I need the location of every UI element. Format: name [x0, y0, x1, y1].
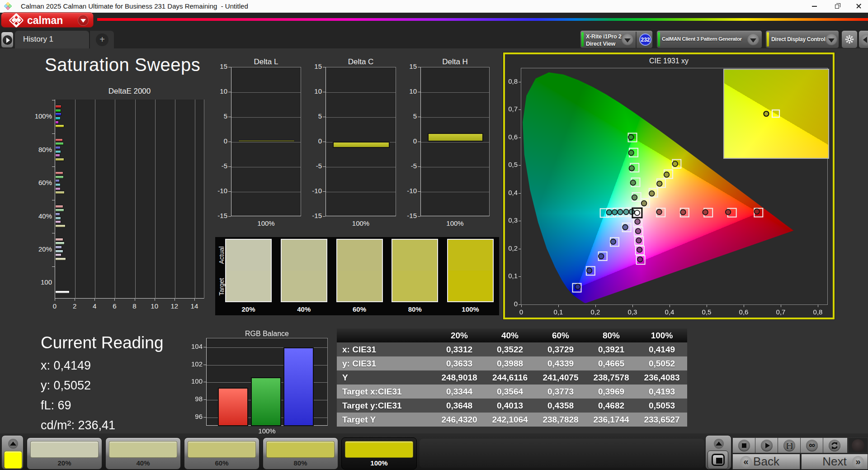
deltae-gridline	[204, 100, 204, 299]
delta_h-gridline	[421, 92, 489, 93]
delta_c-gridline	[326, 92, 396, 93]
delta_c-y-tick	[323, 216, 326, 217]
record-indicator	[848, 437, 868, 453]
table-cell: 0,3522	[485, 342, 535, 356]
delta_l-y-tick-label: -15	[209, 212, 227, 219]
close-button[interactable]	[849, 0, 868, 13]
generator-dropdown-icon[interactable]	[747, 34, 759, 46]
rgb-balance-title: RGB Balance	[206, 330, 328, 338]
rgb-bar-blue	[283, 347, 314, 426]
table-cell: 238,7828	[535, 413, 586, 427]
refresh-button[interactable]	[823, 437, 848, 453]
meter-dropdown-icon[interactable]	[622, 34, 633, 46]
delta_h-y-tick	[418, 216, 420, 217]
table-cell: 0,3633	[434, 356, 485, 370]
display-status-bar	[767, 32, 769, 47]
deltae-bar-100%-Green	[55, 109, 61, 112]
delta_c-y-tick-label: 5	[304, 112, 322, 120]
deltae-group-label: 40%	[26, 212, 52, 220]
deltae-bar-60%-Magenta	[55, 187, 61, 190]
swatch-target-40%	[282, 271, 326, 301]
table-header-cell: 20%	[434, 328, 485, 342]
rainbow-gradient-bar	[97, 18, 868, 21]
deltae-x-tick	[175, 299, 175, 301]
deltae-x-tick	[55, 299, 55, 301]
measure-frame-button[interactable]: [··]	[778, 437, 801, 453]
deltae-group-label: 80%	[26, 146, 52, 153]
meter-selector[interactable]: X-Rite i1Pro 2 Direct View 232	[580, 30, 653, 48]
restore-button[interactable]	[827, 0, 848, 13]
table-row: Y248,9018244,6116241,4075238,7578236,408…	[337, 370, 687, 385]
delta_l-gridline	[231, 167, 301, 167]
deltae-bar-60%-Red	[55, 171, 63, 175]
tab-scroll-button[interactable]	[1, 32, 14, 48]
deltae-bar-40%-Red	[55, 205, 63, 208]
delta_l-gridline	[231, 142, 301, 142]
table-cell: 0,3648	[434, 399, 485, 413]
delta_l-y-tick	[228, 216, 231, 217]
delta_c-bar	[333, 142, 390, 148]
delta_h-y-tick-label: 10	[399, 87, 417, 95]
window-title: Calman 2025 Calman Ultimate for Business…	[21, 2, 248, 10]
delta_l-gridline	[231, 117, 301, 118]
pattern-generator-selector[interactable]: CalMAN Client 3 Pattern Generator	[656, 30, 762, 48]
delta_c-x-label: 100%	[326, 219, 396, 227]
cie-chart-title: CIE 1931 xy	[503, 57, 835, 65]
continuous-button[interactable]: ∞	[800, 437, 823, 453]
collapse-panel-button[interactable]	[859, 30, 868, 48]
table-cell: 0,3344	[434, 385, 485, 399]
display-control-name: Direct Display Control	[771, 36, 825, 43]
current-reading-title: Current Reading	[41, 333, 163, 352]
tab-scroll-icon	[3, 35, 12, 45]
table-row: x: CIE310,33120,35220,37290,39210,4149	[337, 342, 687, 356]
table-cell: 242,1064	[485, 413, 535, 427]
deltae-bar-20%-Magenta	[55, 253, 61, 256]
delta-h-chart	[420, 67, 490, 216]
next-button[interactable]: Next »	[801, 454, 868, 470]
deltae-bar-80%-Blue	[55, 146, 61, 149]
delta_h-gridline	[421, 167, 489, 167]
calman-menu-button[interactable]: calman	[1, 12, 94, 28]
deltae-x-tick-label: 2	[68, 302, 81, 310]
delta_l-bar	[238, 140, 295, 142]
deltae-group-label: 60%	[26, 179, 52, 186]
delta_h-gridline	[421, 192, 489, 192]
delta_h-y-tick-label: -5	[399, 162, 417, 170]
display-dropdown-icon[interactable]	[826, 34, 837, 46]
delta_c-y-tick-label: 10	[304, 87, 322, 95]
back-button[interactable]: « Back	[732, 454, 800, 470]
table-cell: 0,3773	[535, 385, 586, 399]
delta_l-y-tick-label: 15	[209, 62, 227, 70]
meter-mode: Direct View	[586, 41, 615, 47]
rgb-bar-red	[218, 388, 248, 426]
deltae-bar-100%-Magenta	[55, 121, 59, 124]
swatch-20%	[225, 239, 272, 302]
stop-button[interactable]	[732, 437, 755, 453]
delta_c-gridline	[326, 117, 396, 118]
display-control-selector[interactable]: Direct Display Control	[765, 30, 839, 48]
delta-c-chart	[326, 67, 396, 216]
delta_c-gridline	[326, 192, 396, 192]
deltae-gridline	[95, 100, 95, 299]
deltae-bar-80%-Cyan	[55, 150, 61, 153]
continuous-icon: ∞	[806, 440, 818, 451]
table-cell: 236,1744	[586, 413, 637, 427]
rgb-y-tick-label: 96	[184, 413, 203, 420]
deltae-bar-40%-Blue	[55, 213, 60, 216]
swatch-actual-40%	[282, 240, 326, 271]
swatch-100%	[447, 239, 494, 302]
add-tab-button[interactable]: +	[89, 31, 114, 48]
play-button[interactable]	[755, 437, 778, 453]
minimize-button[interactable]	[804, 0, 825, 13]
settings-button[interactable]	[841, 30, 858, 48]
reading-cd/m2: cd/m²: 236,41	[41, 418, 115, 432]
meter-badge: 232	[639, 33, 651, 46]
reading-fL: fL: 69	[41, 399, 71, 413]
calman-menu-dropdown-icon	[78, 15, 89, 26]
deltae-x-tick	[194, 299, 195, 301]
rgb-y-tick-label: 100	[184, 377, 203, 385]
rgb-balance-chart	[206, 338, 328, 426]
tab-history-1[interactable]: History 1	[15, 31, 89, 48]
deltae-group-label: 100%	[26, 112, 52, 120]
rgb-bar-green	[251, 377, 281, 426]
